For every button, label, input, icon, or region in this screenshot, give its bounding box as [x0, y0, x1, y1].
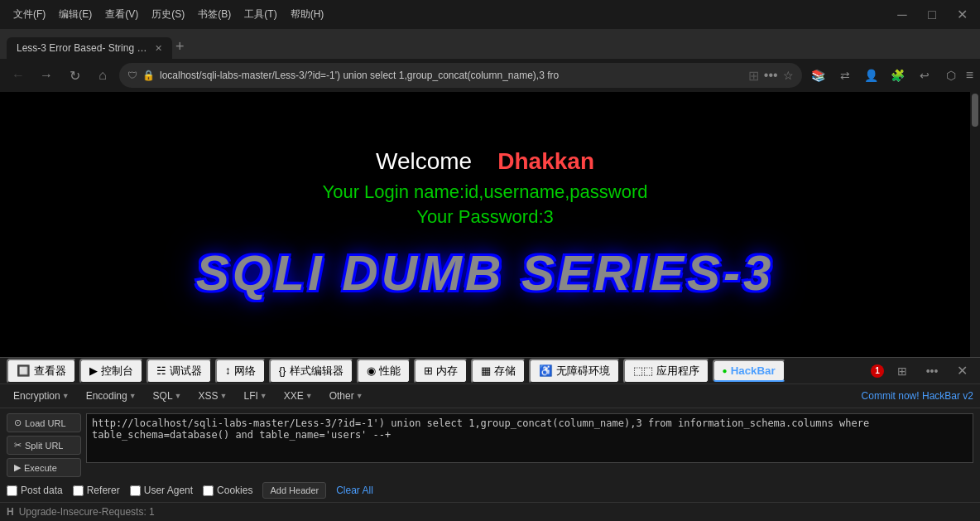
- error-badge: 1: [871, 364, 884, 378]
- devtools-more-button[interactable]: •••: [920, 359, 944, 383]
- welcome-line: Welcome Dhakkan: [376, 148, 594, 175]
- content-area: Welcome Dhakkan Your Login name:id,usern…: [0, 92, 980, 521]
- menu-view[interactable]: 查看(V): [105, 7, 138, 22]
- devtools-tab-debugger[interactable]: ☵ 调试器: [147, 359, 212, 384]
- encryption-dropdown[interactable]: Encryption ▼: [7, 388, 76, 404]
- devtools-tab-console[interactable]: ▶ 控制台: [79, 359, 143, 384]
- devtools-tab-memory[interactable]: ⊞ 内存: [414, 359, 468, 384]
- menu-button[interactable]: ≡: [966, 68, 973, 83]
- tab-close-icon[interactable]: ✕: [155, 43, 162, 54]
- hackbar-version-label: HackBar v2: [922, 390, 973, 402]
- collection-button[interactable]: 📚: [807, 64, 830, 87]
- extensions-button[interactable]: 🧩: [886, 64, 910, 87]
- devtools-close-button[interactable]: ✕: [950, 359, 973, 383]
- bookmark-icon[interactable]: ☆: [783, 69, 794, 82]
- encryption-label: Encryption: [13, 390, 60, 402]
- nav-bar: ← → ↻ ⌂ 🛡 🔒 ⊞ ••• ☆ 📚 ⇄ 👤 🧩 ↩ ⬡ ≡: [0, 59, 980, 92]
- sync-button[interactable]: ⇄: [833, 64, 857, 87]
- split-url-label: Split URL: [25, 441, 63, 451]
- xxe-arrow-icon: ▼: [305, 392, 313, 400]
- bottom-text: Upgrade-Insecure-Requests: 1: [19, 506, 155, 518]
- inspector-icon: 🔲: [17, 364, 31, 377]
- execute-button[interactable]: ▶ Execute: [7, 458, 81, 477]
- commit-button[interactable]: Commit now! HackBar v2: [862, 390, 973, 402]
- url-grid-icon: ⊞: [748, 68, 759, 84]
- puzzle-button[interactable]: ⬡: [939, 64, 963, 87]
- devtools-tab-style[interactable]: {} 样式编辑器: [269, 359, 353, 384]
- url-prefix: 🔒: [142, 70, 155, 81]
- devtools-tab-storage[interactable]: ▦ 存储: [471, 359, 526, 384]
- devtools-tab-application[interactable]: ⬚⬚ 应用程序: [623, 359, 709, 384]
- reload-button[interactable]: ↻: [63, 64, 86, 87]
- url-input[interactable]: [160, 70, 743, 81]
- menu-history[interactable]: 历史(S): [151, 7, 185, 22]
- menu-file[interactable]: 文件(F): [13, 7, 46, 22]
- tab-bar: Less-3 Error Based- String (with ✕ +: [0, 29, 980, 59]
- add-header-button[interactable]: Add Header: [262, 482, 326, 499]
- account-button[interactable]: 👤: [860, 64, 883, 87]
- devtools-tab-network[interactable]: ↕ 网络: [215, 359, 266, 384]
- post-data-checkbox-label[interactable]: Post data: [7, 485, 63, 496]
- referer-checkbox[interactable]: [73, 485, 84, 496]
- hackbar-bottom: H Upgrade-Insecure-Requests: 1: [0, 502, 980, 521]
- load-url-icon: ⊙: [14, 417, 22, 428]
- menu-edit[interactable]: 编辑(E): [59, 7, 92, 22]
- forward-button[interactable]: →: [35, 64, 58, 87]
- inspector-label: 查看器: [34, 364, 66, 379]
- close-button[interactable]: ✕: [950, 3, 973, 27]
- hackbar-tab-label: HackBar: [731, 364, 776, 377]
- post-data-label: Post data: [21, 485, 63, 496]
- devtools-tab-accessibility[interactable]: ♿ 无障碍环境: [529, 359, 620, 384]
- user-agent-checkbox-label[interactable]: User Agent: [130, 485, 193, 496]
- encoding-dropdown[interactable]: Encoding ▼: [79, 388, 143, 404]
- cookies-checkbox[interactable]: [203, 485, 214, 496]
- load-url-label: Load URL: [25, 418, 66, 428]
- maximize-button[interactable]: □: [920, 3, 944, 27]
- url-textarea[interactable]: [86, 413, 973, 463]
- user-agent-checkbox[interactable]: [130, 485, 141, 496]
- clear-all-button[interactable]: Clear All: [336, 485, 373, 496]
- devtools-tab-hackbar[interactable]: ● HackBar: [713, 359, 785, 382]
- devtools-tab-performance[interactable]: ◉ 性能: [357, 359, 411, 384]
- login-name-display: Your Login name:id,username,password: [323, 181, 648, 203]
- browser-tab[interactable]: Less-3 Error Based- String (with ✕: [7, 37, 172, 59]
- debugger-label: 调试器: [170, 364, 202, 379]
- sql-dropdown[interactable]: SQL ▼: [147, 388, 189, 404]
- minimize-button[interactable]: ─: [891, 3, 914, 27]
- post-data-checkbox[interactable]: [7, 485, 17, 496]
- sql-arrow-icon: ▼: [175, 392, 182, 400]
- lfi-dropdown[interactable]: LFI ▼: [237, 388, 273, 404]
- xxe-dropdown[interactable]: XXE ▼: [277, 388, 319, 404]
- menu-bookmarks[interactable]: 书签(B): [198, 7, 231, 22]
- sqli-title: SQLI DUMB SERIES-3: [196, 244, 775, 302]
- undo-button[interactable]: ↩: [913, 64, 936, 87]
- new-tab-button[interactable]: +: [175, 38, 185, 55]
- devtools-dock-button[interactable]: ⊞: [891, 359, 914, 383]
- scrollbar-thumb[interactable]: [972, 94, 978, 127]
- xss-label: XSS: [199, 390, 219, 402]
- xss-arrow-icon: ▼: [220, 392, 228, 400]
- menu-tools[interactable]: 工具(T): [244, 7, 276, 22]
- split-url-button[interactable]: ✂ Split URL: [7, 436, 81, 455]
- back-button[interactable]: ←: [7, 64, 30, 87]
- xss-dropdown[interactable]: XSS ▼: [192, 388, 234, 404]
- referer-checkbox-label[interactable]: Referer: [73, 485, 120, 496]
- execute-label: Execute: [24, 463, 57, 473]
- cookies-checkbox-label[interactable]: Cookies: [203, 485, 252, 496]
- accessibility-label: 无障碍环境: [556, 364, 610, 379]
- load-url-button[interactable]: ⊙ Load URL: [7, 413, 81, 432]
- welcome-label: Welcome: [376, 148, 472, 174]
- bottom-indicator: H: [7, 506, 14, 518]
- devtools-tab-inspector[interactable]: 🔲 查看器: [7, 359, 76, 384]
- menu-help[interactable]: 帮助(H): [291, 7, 324, 22]
- webpage: Welcome Dhakkan Your Login name:id,usern…: [0, 92, 970, 357]
- hackbar-actions: ⊙ Load URL ✂ Split URL ▶ Execute: [7, 413, 81, 477]
- encryption-arrow-icon: ▼: [62, 392, 70, 400]
- nav-icons-right: 📚 ⇄ 👤 🧩 ↩ ⬡ ≡: [807, 64, 973, 87]
- url-more-button[interactable]: •••: [764, 68, 778, 83]
- url-bar: 🛡 🔒 ⊞ ••• ☆: [119, 63, 802, 88]
- other-dropdown[interactable]: Other ▼: [323, 388, 370, 404]
- page-scrollbar[interactable]: [970, 92, 980, 357]
- home-button[interactable]: ⌂: [91, 64, 114, 87]
- network-icon: ↕: [225, 364, 231, 377]
